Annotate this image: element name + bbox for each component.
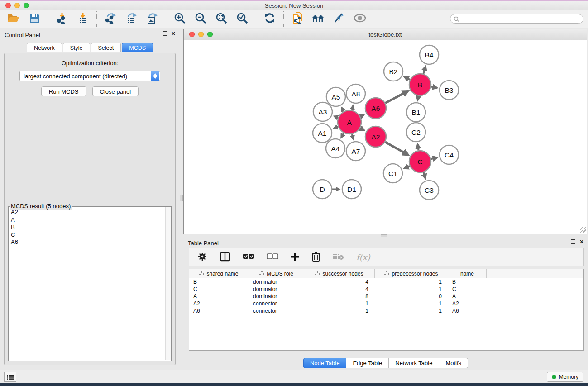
show-eye-button[interactable]: [353, 12, 367, 26]
graph-edge-C-C3[interactable]: [424, 172, 425, 178]
graph-node-B3[interactable]: B3: [440, 81, 459, 100]
tab-node-table[interactable]: Node Table: [303, 358, 347, 368]
minimize-window-button[interactable]: [14, 3, 20, 8]
close-panel-icon[interactable]: ×: [172, 31, 175, 36]
graph-edge-B-B1[interactable]: [418, 96, 418, 100]
column-header-predecessor-nodes[interactable]: predecessor nodes: [375, 269, 448, 278]
mcds-result-item[interactable]: A: [10, 216, 165, 224]
table-row[interactable]: A2connector11A2: [189, 300, 583, 307]
graph-edge-A-A5[interactable]: [342, 108, 344, 111]
graph-edge-A-A3[interactable]: [334, 116, 338, 118]
graph-edge-C-C1[interactable]: [404, 166, 410, 168]
graph-node-A4[interactable]: A4: [326, 139, 345, 158]
import-network-button[interactable]: [55, 12, 69, 26]
graph-node-A6[interactable]: A6: [365, 98, 386, 119]
graph-node-C[interactable]: C: [409, 151, 431, 172]
zoom-fit-button[interactable]: [215, 12, 228, 26]
home-layout-button[interactable]: [311, 12, 325, 26]
delete-table-button[interactable]: [332, 253, 344, 262]
graph-edge-B-B4[interactable]: [423, 67, 425, 74]
table-row[interactable]: Adominator80A: [189, 293, 583, 300]
graph-node-C4[interactable]: C4: [440, 145, 459, 164]
criterion-dropdown[interactable]: largest connected component (directed): [19, 71, 160, 81]
clone-network-button[interactable]: [291, 12, 304, 26]
mcds-result-item[interactable]: C: [10, 231, 165, 239]
column-header-name[interactable]: name: [448, 269, 487, 278]
tab-network-table[interactable]: Network Table: [389, 358, 439, 368]
search-input[interactable]: [450, 14, 583, 24]
mcds-result-item[interactable]: A6: [10, 238, 165, 246]
tab-network[interactable]: Network: [27, 43, 62, 52]
zoom-network-window-button[interactable]: [207, 32, 213, 37]
zoom-out-button[interactable]: [194, 12, 207, 26]
float-table-panel-icon[interactable]: [571, 239, 575, 244]
graph-node-A7[interactable]: A7: [346, 142, 365, 161]
select-all-button[interactable]: [243, 253, 254, 262]
graph-node-C1[interactable]: C1: [383, 164, 402, 183]
tab-edge-table[interactable]: Edge Table: [346, 358, 389, 368]
network-window-titlebar[interactable]: testGlobe.txt: [184, 29, 587, 40]
graph-node-C3[interactable]: C3: [420, 181, 439, 200]
graph-node-C2[interactable]: C2: [406, 123, 425, 142]
close-network-window-button[interactable]: [189, 32, 195, 37]
table-row[interactable]: Bdominator41B: [189, 278, 583, 286]
graph-node-A3[interactable]: A3: [313, 102, 332, 121]
graph-node-B4[interactable]: B4: [420, 45, 439, 64]
hide-function-button[interactable]: f: [332, 12, 346, 26]
graph-edge-A2-C[interactable]: [385, 142, 408, 155]
graph-edge-B-B2[interactable]: [404, 77, 410, 80]
export-network-button[interactable]: [104, 12, 117, 26]
tab-mcds[interactable]: MCDS: [122, 43, 153, 52]
graph-edge-A-A7[interactable]: [352, 134, 353, 139]
import-table-button[interactable]: [76, 12, 90, 26]
close-panel-button[interactable]: Close panel: [92, 86, 139, 96]
mcds-result-item[interactable]: B: [10, 224, 165, 231]
close-window-button[interactable]: [5, 3, 11, 8]
graph-node-A1[interactable]: A1: [313, 124, 332, 143]
vertical-splitter-grip[interactable]: [180, 195, 183, 201]
graph-edge-A-A8[interactable]: [352, 105, 353, 110]
minimize-network-window-button[interactable]: [198, 32, 204, 37]
graph-edge-A-A2[interactable]: [360, 128, 364, 130]
graph-edge-A6-B[interactable]: [385, 91, 408, 103]
graph-edge-C-C4[interactable]: [431, 157, 437, 159]
function-builder-button[interactable]: f(x): [356, 253, 370, 262]
tab-motifs[interactable]: Motifs: [439, 358, 468, 368]
graph-node-A5[interactable]: A5: [326, 87, 345, 106]
float-panel-icon[interactable]: [163, 31, 167, 36]
memory-button[interactable]: Memory: [547, 372, 583, 382]
mcds-result-scrollbar[interactable]: [165, 207, 171, 360]
graph-edge-A-A6[interactable]: [360, 114, 364, 117]
graph-node-B[interactable]: B: [409, 74, 431, 95]
save-session-button[interactable]: [28, 12, 41, 26]
graph-edge-A-A1[interactable]: [334, 127, 338, 129]
graph-node-A2[interactable]: A2: [365, 126, 386, 147]
graph-node-D1[interactable]: D1: [342, 180, 361, 199]
graph-edge-B-B3[interactable]: [431, 87, 437, 88]
add-row-button[interactable]: [291, 252, 300, 262]
column-header-shared-name[interactable]: shared name: [189, 269, 249, 278]
graph-node-B2[interactable]: B2: [384, 62, 403, 81]
graph-node-A[interactable]: A: [338, 110, 361, 134]
column-header-successor-nodes[interactable]: successor nodes: [304, 269, 375, 278]
graph-node-A8[interactable]: A8: [346, 84, 365, 103]
network-canvas[interactable]: AA1A2A3A4A5A6A7A8BB1B2B3B4CC1C2C3C4DD1: [184, 40, 587, 234]
open-session-button[interactable]: [7, 12, 20, 26]
graph-node-B1[interactable]: B1: [406, 103, 425, 122]
column-visibility-button[interactable]: [220, 252, 230, 263]
zoom-selected-button[interactable]: [235, 12, 249, 26]
graph-edge-C-C2[interactable]: [418, 144, 419, 150]
delete-row-button[interactable]: [312, 252, 320, 263]
table-options-button[interactable]: [197, 252, 207, 263]
graph-node-D[interactable]: D: [313, 180, 332, 199]
table-row[interactable]: Cdominator41C: [189, 286, 583, 293]
deselect-all-button[interactable]: [267, 253, 278, 262]
close-table-panel-icon[interactable]: ×: [580, 239, 583, 244]
zoom-in-button[interactable]: [173, 12, 186, 26]
mcds-result-item[interactable]: A2: [10, 209, 165, 216]
column-header-MCDS-role[interactable]: MCDS role: [249, 269, 304, 278]
export-image-button[interactable]: [145, 12, 159, 26]
table-row[interactable]: A6connector11A6: [189, 307, 583, 315]
graph-edge-A-A4[interactable]: [341, 133, 344, 138]
refresh-view-button[interactable]: [263, 12, 277, 26]
